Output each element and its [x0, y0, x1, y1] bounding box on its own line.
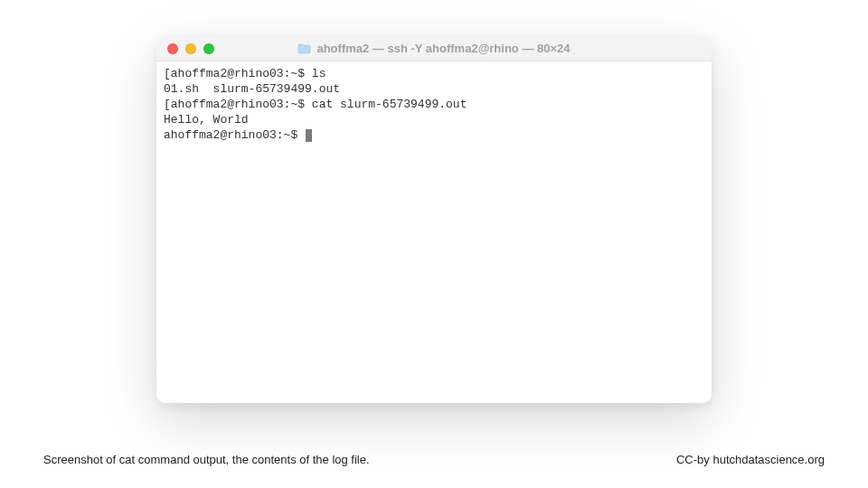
- window-title: ahoffma2 — ssh -Y ahoffma2@rhino — 80×24: [297, 42, 570, 55]
- terminal-window: ahoffma2 — ssh -Y ahoffma2@rhino — 80×24…: [156, 36, 712, 403]
- titlebar: ahoffma2 — ssh -Y ahoffma2@rhino — 80×24: [156, 36, 712, 61]
- maximize-button[interactable]: [203, 43, 214, 54]
- terminal-line: Hello, World: [164, 113, 704, 128]
- terminal-prompt-line: ahoffma2@rhino03:~$: [164, 128, 704, 144]
- window-title-text: ahoffma2 — ssh -Y ahoffma2@rhino — 80×24: [316, 42, 570, 55]
- folder-icon: [297, 43, 311, 54]
- terminal-line: [ahoffma2@rhino03:~$ cat slurm-65739499.…: [164, 98, 704, 113]
- traffic-lights: [167, 43, 214, 54]
- terminal-prompt: ahoffma2@rhino03:~$: [164, 128, 305, 142]
- cursor: [306, 129, 312, 142]
- minimize-button[interactable]: [185, 43, 196, 54]
- terminal-body[interactable]: [ahoffma2@rhino03:~$ ls01.sh slurm-65739…: [156, 61, 712, 403]
- terminal-line: 01.sh slurm-65739499.out: [164, 82, 704, 98]
- terminal-line: [ahoffma2@rhino03:~$ ls: [164, 67, 704, 82]
- close-button[interactable]: [167, 43, 178, 54]
- attribution-text: CC-by hutchdatascience.org: [676, 453, 825, 466]
- caption-text: Screenshot of cat command output, the co…: [43, 453, 370, 466]
